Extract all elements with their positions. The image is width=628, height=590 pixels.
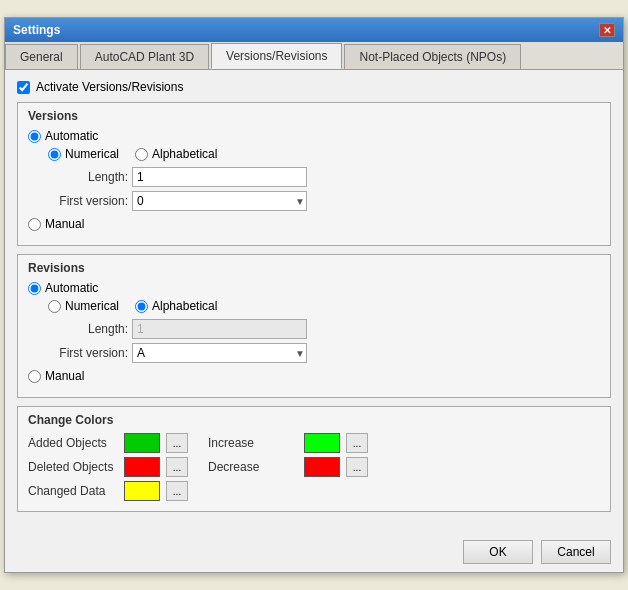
versions-alphabetical-label: Alphabetical	[152, 147, 217, 161]
versions-auto-radio[interactable]	[28, 130, 41, 143]
tab-general[interactable]: General	[5, 44, 78, 69]
revisions-firstver-label: First version:	[48, 346, 128, 360]
dialog-title: Settings	[13, 23, 60, 37]
colors-section: Change Colors Added Objects ... Deleted …	[17, 406, 611, 512]
tab-versions[interactable]: Versions/Revisions	[211, 43, 342, 69]
versions-auto-label: Automatic	[45, 129, 98, 143]
versions-length-row: Length:	[48, 167, 600, 187]
deleted-swatch[interactable]	[124, 457, 160, 477]
decrease-swatch[interactable]	[304, 457, 340, 477]
revisions-manual-row: Manual	[28, 369, 600, 383]
cancel-button[interactable]: Cancel	[541, 540, 611, 564]
versions-numerical-label: Numerical	[65, 147, 119, 161]
deleted-browse-button[interactable]: ...	[166, 457, 188, 477]
tab-autocad[interactable]: AutoCAD Plant 3D	[80, 44, 209, 69]
revisions-alphabetical-label: Alphabetical	[152, 299, 217, 313]
versions-length-label: Length:	[48, 170, 128, 184]
title-bar: Settings ✕	[5, 18, 623, 42]
decrease-label: Decrease	[208, 460, 298, 474]
color-row-increase: Increase ...	[208, 433, 368, 453]
increase-swatch[interactable]	[304, 433, 340, 453]
content-area: Activate Versions/Revisions Versions Aut…	[5, 70, 623, 532]
color-row-added: Added Objects ...	[28, 433, 188, 453]
versions-firstver-wrap: 0 1 ▼	[132, 191, 307, 211]
revisions-length-row: Length:	[48, 319, 600, 339]
revisions-firstver-row: First version: A B ▼	[48, 343, 600, 363]
revisions-auto-row: Automatic	[28, 281, 600, 295]
settings-dialog: Settings ✕ General AutoCAD Plant 3D Vers…	[4, 17, 624, 573]
color-col-right: Increase ... Decrease ...	[208, 433, 368, 501]
tab-npo[interactable]: Not-Placed Objects (NPOs)	[344, 44, 521, 69]
revisions-numerical-radio[interactable]	[48, 300, 61, 313]
color-row-decrease: Decrease ...	[208, 457, 368, 477]
revisions-manual-radio[interactable]	[28, 370, 41, 383]
increase-browse-button[interactable]: ...	[346, 433, 368, 453]
versions-manual-row: Manual	[28, 217, 600, 231]
added-swatch[interactable]	[124, 433, 160, 453]
added-label: Added Objects	[28, 436, 118, 450]
revisions-auto-radio[interactable]	[28, 282, 41, 295]
footer: OK Cancel	[5, 532, 623, 572]
versions-auto-row: Automatic	[28, 129, 600, 143]
versions-numerical-radio[interactable]	[48, 148, 61, 161]
versions-subradio-row: Numerical Alphabetical	[48, 147, 600, 161]
revisions-subradio-row: Numerical Alphabetical	[48, 299, 600, 313]
changed-browse-button[interactable]: ...	[166, 481, 188, 501]
revisions-firstver-wrap: A B ▼	[132, 343, 307, 363]
changed-label: Changed Data	[28, 484, 118, 498]
color-row-deleted: Deleted Objects ...	[28, 457, 188, 477]
color-rows: Added Objects ... Deleted Objects ... Ch…	[28, 433, 600, 501]
versions-manual-radio[interactable]	[28, 218, 41, 231]
revisions-manual-label: Manual	[45, 369, 84, 383]
activate-checkbox[interactable]	[17, 81, 30, 94]
color-col-left: Added Objects ... Deleted Objects ... Ch…	[28, 433, 188, 501]
versions-firstver-row: First version: 0 1 ▼	[48, 191, 600, 211]
revisions-length-input[interactable]	[132, 319, 307, 339]
revisions-auto-label: Automatic	[45, 281, 98, 295]
colors-title: Change Colors	[28, 413, 600, 427]
versions-alphabetical-radio[interactable]	[135, 148, 148, 161]
close-button[interactable]: ✕	[599, 23, 615, 37]
deleted-label: Deleted Objects	[28, 460, 118, 474]
versions-section: Versions Automatic Numerical Alphabetica…	[17, 102, 611, 246]
added-browse-button[interactable]: ...	[166, 433, 188, 453]
revisions-section: Revisions Automatic Numerical Alphabetic…	[17, 254, 611, 398]
revisions-length-label: Length:	[48, 322, 128, 336]
color-row-changed: Changed Data ...	[28, 481, 188, 501]
revisions-firstver-select[interactable]: A B	[132, 343, 307, 363]
decrease-browse-button[interactable]: ...	[346, 457, 368, 477]
versions-firstver-label: First version:	[48, 194, 128, 208]
versions-firstver-select[interactable]: 0 1	[132, 191, 307, 211]
increase-label: Increase	[208, 436, 298, 450]
activate-label: Activate Versions/Revisions	[36, 80, 183, 94]
revisions-title: Revisions	[28, 261, 600, 275]
versions-title: Versions	[28, 109, 600, 123]
versions-length-input[interactable]	[132, 167, 307, 187]
versions-manual-label: Manual	[45, 217, 84, 231]
activate-row: Activate Versions/Revisions	[17, 80, 611, 94]
tab-bar: General AutoCAD Plant 3D Versions/Revisi…	[5, 42, 623, 70]
revisions-numerical-label: Numerical	[65, 299, 119, 313]
revisions-alphabetical-radio[interactable]	[135, 300, 148, 313]
ok-button[interactable]: OK	[463, 540, 533, 564]
changed-swatch[interactable]	[124, 481, 160, 501]
